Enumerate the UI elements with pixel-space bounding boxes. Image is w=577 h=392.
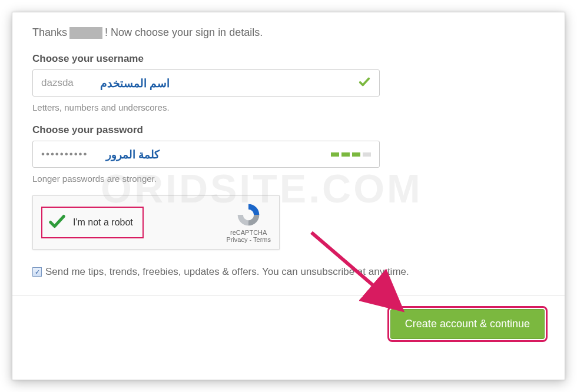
signup-panel: ORIDSITE.COM Thanks ! Now choose your si… xyxy=(12,12,565,380)
section-divider xyxy=(12,295,565,296)
checkmark-icon xyxy=(358,75,371,91)
password-annotation-ar: كلمة المرور xyxy=(106,148,160,161)
marketing-optin-checkbox[interactable]: ✓ xyxy=(32,267,42,277)
redacted-name xyxy=(69,27,102,39)
username-hint: Letters, numbers and underscores. xyxy=(32,102,545,112)
greeting-prefix: Thanks xyxy=(32,26,67,39)
password-input[interactable]: •••••••••• كلمة المرور xyxy=(32,141,380,168)
recaptcha-label: I'm not a robot xyxy=(73,217,133,228)
recaptcha-checkbox-highlight: I'm not a robot xyxy=(41,207,144,238)
password-masked: •••••••••• xyxy=(41,148,88,160)
password-label: Choose your password xyxy=(32,124,545,136)
username-label: Choose your username xyxy=(32,53,545,65)
recaptcha-links[interactable]: Privacy - Terms xyxy=(226,236,271,243)
recaptcha-logo-icon xyxy=(236,202,261,228)
recaptcha-widget[interactable]: I'm not a robot reCAPTCHA Privacy - Term… xyxy=(32,195,280,250)
form-actions: Create account & continue xyxy=(32,309,545,339)
username-annotation-ar: اسم المستخدم xyxy=(100,77,170,90)
marketing-optin-label: Send me tips, trends, freebies, updates … xyxy=(45,266,409,278)
marketing-optin-row: ✓ Send me tips, trends, freebies, update… xyxy=(32,266,545,278)
password-hint: Longer passwords are stronger. xyxy=(32,174,545,184)
password-strength-meter xyxy=(331,152,371,157)
greeting-suffix: ! Now choose your sign in details. xyxy=(105,26,263,39)
recaptcha-brand-text: reCAPTCHA xyxy=(226,229,271,236)
username-input[interactable]: dazsda اسم المستخدم xyxy=(32,69,380,97)
checkmark-icon xyxy=(47,211,67,234)
create-account-button[interactable]: Create account & continue xyxy=(390,309,545,339)
greeting-line: Thanks ! Now choose your sign in details… xyxy=(32,26,545,39)
recaptcha-branding: reCAPTCHA Privacy - Terms xyxy=(226,202,271,243)
username-value: dazsda xyxy=(41,77,82,89)
